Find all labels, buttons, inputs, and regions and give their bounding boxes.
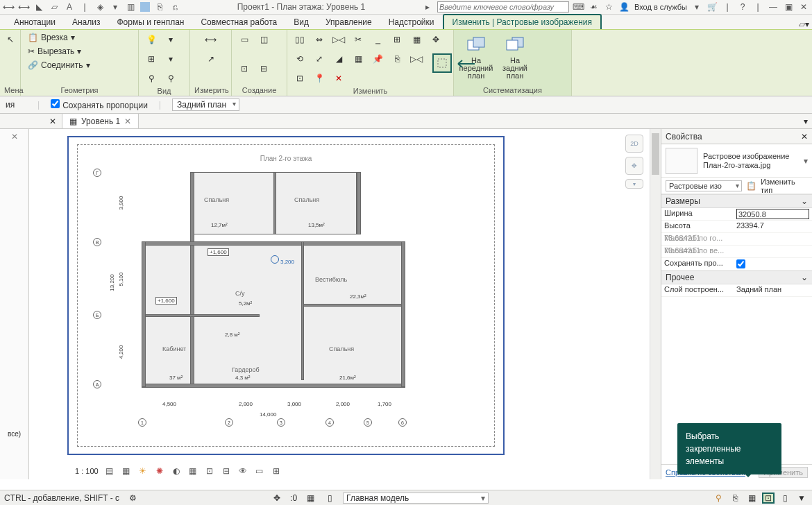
image-selection[interactable]: План 2-го этажа Спальня Спальня Вестибюл… — [67, 136, 505, 455]
cart-icon[interactable]: 🛒 — [707, 1, 718, 12]
scroll-thumb[interactable] — [652, 133, 659, 175]
sheet-icon[interactable]: ▥ — [125, 1, 136, 12]
palette-icon[interactable] — [140, 2, 150, 12]
comm-icon[interactable]: ☙ — [589, 1, 600, 12]
hide-icon[interactable]: 👁 — [237, 465, 248, 477]
left-panel-collapsed[interactable]: ✕ все) — [0, 129, 29, 479]
sun-icon[interactable]: ✺ — [154, 465, 165, 477]
viewcube-icon[interactable]: 2D — [625, 135, 643, 153]
edit-type-icon[interactable]: 📋 — [746, 181, 756, 191]
doc-tabs-menu-icon[interactable]: ▾ — [800, 114, 812, 128]
ribbon-collapse-icon[interactable]: ▱▾ — [799, 19, 809, 29]
prop-value[interactable]: Задний план — [734, 284, 812, 296]
collapse-icon[interactable]: ⌄ — [801, 196, 808, 206]
mirror-icon[interactable]: ▷◁ — [330, 31, 347, 48]
select-pinned-button[interactable] — [432, 53, 452, 73]
doc-tab-ghost[interactable]: ✕ — [0, 114, 62, 128]
move-icon[interactable]: ✥ — [428, 31, 444, 48]
bulb-icon[interactable]: 💡 — [143, 31, 160, 48]
steering-icon[interactable]: ✥ — [625, 157, 643, 175]
close-icon[interactable]: ✕ — [124, 117, 131, 126]
crop-icon[interactable]: ⊡ — [204, 465, 215, 477]
close-icon[interactable]: ✕ — [801, 132, 808, 142]
create3-icon[interactable]: ⊡ — [236, 60, 253, 77]
filter-icon[interactable]: ▯ — [323, 493, 336, 504]
tab-manage[interactable]: Управление — [317, 15, 380, 29]
keyboard-icon[interactable]: ⌨ — [573, 1, 584, 12]
selection-icon[interactable]: ✥ — [271, 493, 283, 504]
paste-button[interactable]: 📋Врезка▾ — [25, 31, 78, 44]
split-icon[interactable]: ✂ — [350, 31, 366, 48]
dimension2-icon[interactable]: ⟷ — [18, 1, 29, 12]
s2-icon[interactable]: ⎘ — [729, 493, 741, 504]
group-other[interactable]: Прочее⌄ — [661, 271, 812, 284]
restore-icon[interactable]: ▣ — [783, 1, 794, 12]
snap-indicator[interactable]: :0 — [290, 493, 297, 503]
link-icon[interactable]: ⎘ — [154, 1, 165, 12]
tab-collab[interactable]: Совместная работа — [192, 15, 285, 29]
measure-icon[interactable]: ⟷ — [203, 31, 219, 48]
offset-icon[interactable]: ⇔ — [311, 31, 328, 48]
drawing-canvas[interactable]: План 2-го этажа Спальня Спальня Вестибюл… — [29, 129, 661, 479]
prop-value[interactable]: 23394.7 — [734, 221, 812, 232]
chevron-down-icon[interactable]: ▾ — [804, 156, 808, 166]
grid-icon[interactable]: ⊞ — [143, 51, 160, 67]
detail-level-icon[interactable]: ▦ — [121, 465, 132, 477]
draw-order-combo[interactable]: Задний план — [172, 99, 239, 111]
model-combo[interactable]: Главная модель — [343, 493, 489, 504]
corner-icon[interactable]: ◢ — [330, 51, 347, 67]
s3-icon[interactable]: ▦ — [745, 493, 758, 504]
instance-combo[interactable]: Растровые изо — [666, 180, 742, 191]
user-icon[interactable]: 👤 — [619, 1, 630, 12]
login-link[interactable]: Вход в службы — [634, 3, 687, 11]
pin2-icon[interactable]: ⚲ — [162, 70, 179, 87]
chevron-down-icon[interactable]: ▾ — [691, 1, 702, 12]
s5-icon[interactable]: ▯ — [779, 493, 791, 504]
cube-icon[interactable]: ◈ — [94, 1, 105, 12]
group-dimensions[interactable]: Размеры⌄ — [661, 194, 812, 208]
mirror2-icon[interactable]: ▷◁ — [408, 51, 425, 67]
create4-icon[interactable]: ⊟ — [255, 60, 272, 77]
temp-icon[interactable]: ⊞ — [271, 465, 282, 477]
array-icon[interactable]: ⊞ — [389, 31, 405, 48]
nav-collapse-icon[interactable]: ▾ — [625, 179, 643, 189]
unpin-icon[interactable]: 📍 — [311, 70, 328, 87]
close-icon[interactable]: ✕ — [798, 1, 809, 12]
s1-icon[interactable]: ⚲ — [712, 493, 725, 504]
scale-list-icon[interactable]: ▤ — [104, 465, 115, 477]
filter2-icon[interactable]: ▼ — [795, 493, 808, 504]
edit-type-button[interactable]: Изменить тип — [761, 178, 808, 194]
cut-button[interactable]: ✂Вырезать▾ — [25, 45, 84, 58]
redo-icon[interactable]: ⎌ — [169, 1, 180, 12]
help-icon[interactable]: ? — [737, 1, 748, 12]
collapse-icon[interactable]: ⌄ — [801, 273, 808, 282]
pin-icon[interactable]: 📌 — [369, 51, 386, 67]
tab-massing[interactable]: Формы и генплан — [109, 15, 193, 29]
delete-icon[interactable]: ✕ — [330, 70, 347, 87]
tab-modify-raster[interactable]: Изменить | Растровые изображения — [443, 14, 602, 29]
type-selector[interactable]: Растровое изображение План-2го-этажа.jpg… — [661, 144, 812, 178]
visual-style-icon[interactable]: ☀ — [137, 465, 149, 477]
grid-icon[interactable]: ▦ — [408, 31, 425, 48]
doc-tab-level1[interactable]: ▦ Уровень 1 ✕ — [62, 114, 139, 128]
reveal-icon[interactable]: ▭ — [254, 465, 265, 477]
copy-icon[interactable]: ⎘ — [389, 51, 405, 67]
group-icon[interactable]: ⊡ — [291, 70, 308, 87]
star-icon[interactable]: ☆ — [604, 1, 615, 12]
keep-proportions-checkbox[interactable]: Сохранять пропорции — [51, 99, 148, 110]
send-back-button[interactable]: На задний план — [497, 31, 533, 81]
array2-icon[interactable]: ▦ — [350, 51, 366, 67]
dimension-icon[interactable]: ⟷ — [3, 1, 14, 12]
create1-icon[interactable]: ▭ — [236, 31, 253, 48]
close-icon[interactable]: ✕ — [11, 132, 18, 142]
bring-front-button[interactable]: На передний план — [458, 31, 494, 81]
worksets-icon[interactable]: ▦ — [304, 493, 316, 504]
minimize-icon[interactable]: — — [768, 1, 779, 12]
select-pinned-toggle[interactable]: ⊡ — [762, 493, 775, 504]
status-icon[interactable]: ⚙ — [126, 493, 139, 504]
search-input[interactable] — [437, 1, 569, 12]
crop2-icon[interactable]: ⊟ — [221, 465, 232, 477]
create2-icon[interactable]: ◫ — [255, 31, 272, 48]
tab-view[interactable]: Вид — [285, 15, 317, 29]
view-icon[interactable]: ▾ — [110, 1, 121, 12]
